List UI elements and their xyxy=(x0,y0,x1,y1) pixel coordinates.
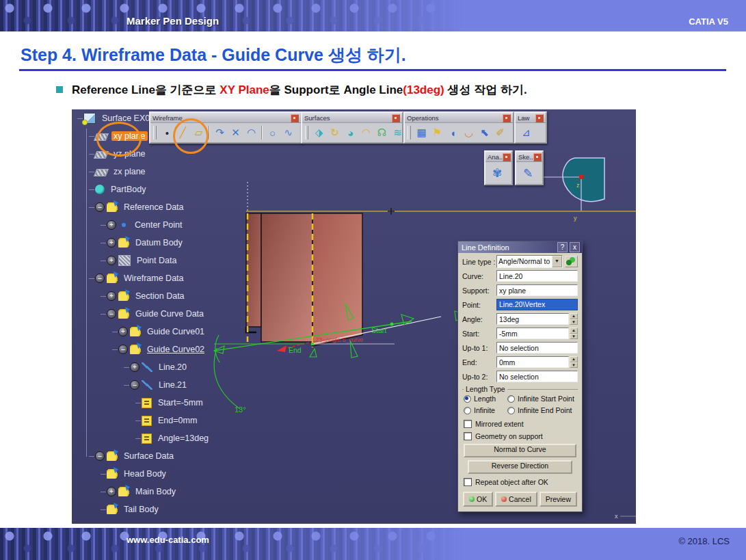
tree-item-label[interactable]: zx plane xyxy=(111,167,148,176)
offset-surface-icon[interactable]: ◠ xyxy=(358,125,374,140)
sketch-icon[interactable]: ✎ xyxy=(519,164,537,182)
end-field[interactable] xyxy=(496,356,569,368)
parallel-curve-icon[interactable]: ◠ xyxy=(243,125,259,140)
angle-field[interactable] xyxy=(496,313,569,325)
curve-field[interactable] xyxy=(496,270,578,282)
tree-item-label[interactable]: End=0mm xyxy=(156,416,199,425)
expander-plus-icon[interactable]: + xyxy=(107,238,116,248)
end-spinner[interactable]: ▲▼ xyxy=(570,356,578,368)
tree-item-label[interactable]: Reference Data xyxy=(122,202,186,212)
radio-icon[interactable] xyxy=(507,395,515,403)
tree-item-label[interactable]: Center Point xyxy=(133,220,184,230)
checkbox-icon[interactable] xyxy=(464,478,472,486)
normal-to-curve-button[interactable]: Normal to Curve xyxy=(464,444,576,457)
expander-plus-icon[interactable]: + xyxy=(118,327,128,336)
expander-minus-icon[interactable]: – xyxy=(95,274,105,283)
checkbox-icon[interactable] xyxy=(464,420,472,428)
tree-item-label[interactable]: Guide Curve01 xyxy=(145,327,207,336)
upto1-field[interactable] xyxy=(496,342,578,354)
close-icon[interactable] xyxy=(503,114,511,122)
curvature-analysis-icon[interactable]: ✾ xyxy=(488,164,506,182)
point-field[interactable]: Line.20\Vertex xyxy=(496,299,578,310)
dialog-titlebar[interactable]: Line Definition ? x xyxy=(458,241,582,253)
tree-item-label[interactable]: Start=-5mm xyxy=(156,398,205,408)
radio-infinite-start-point[interactable]: Infinite Start Point xyxy=(507,395,576,403)
radio-infinite[interactable]: Infinite xyxy=(464,406,507,414)
expander-plus-icon[interactable]: + xyxy=(107,220,116,230)
close-icon[interactable] xyxy=(533,153,542,161)
trim-icon[interactable]: ◖ xyxy=(445,125,461,140)
toolbar-grip[interactable] xyxy=(305,126,308,139)
expander-minus-icon[interactable]: – xyxy=(95,202,105,212)
sweep-surface-icon[interactable]: ☊ xyxy=(374,125,390,140)
split-icon[interactable]: ⚑ xyxy=(429,125,445,140)
close-icon[interactable] xyxy=(535,114,544,122)
close-icon[interactable] xyxy=(392,114,400,122)
intersection-curve-icon[interactable]: ✕ xyxy=(228,125,243,140)
reverse-direction-button[interactable]: Reverse Direction xyxy=(468,460,572,474)
tree-item-label[interactable]: PartBody xyxy=(109,185,148,194)
chevron-down-icon[interactable]: ▼ xyxy=(552,256,562,267)
tree-item-label[interactable]: Tail Body xyxy=(122,505,161,514)
tree-item-label[interactable]: Angle=13deg xyxy=(156,434,211,443)
tree-item-label[interactable]: Guide Curve Data xyxy=(133,309,206,319)
tree-item-label[interactable]: Datum Body xyxy=(133,238,185,248)
expander-plus-icon[interactable]: + xyxy=(130,362,139,372)
radio-infinite-end-point[interactable]: Infinite End Point xyxy=(507,406,576,414)
tree-item-label[interactable]: Section Data xyxy=(133,291,187,301)
ok-button[interactable]: OK xyxy=(463,492,493,507)
toolbar-grip[interactable] xyxy=(153,126,157,139)
radio-icon[interactable] xyxy=(464,407,471,414)
close-icon[interactable]: x xyxy=(570,242,580,252)
checkbox-geometry-on-support[interactable]: Geometry on support xyxy=(464,432,576,440)
tree-item-label[interactable]: Line.20 xyxy=(157,362,189,372)
cancel-button[interactable]: Cancel xyxy=(495,492,537,507)
checkbox-icon[interactable] xyxy=(464,432,472,440)
tree-item-label[interactable]: Guide Curve02 xyxy=(145,345,207,354)
expander-minus-icon[interactable]: – xyxy=(130,380,139,390)
projection-curve-icon[interactable]: ↷ xyxy=(212,125,228,140)
close-icon[interactable] xyxy=(503,153,511,161)
spline-icon[interactable]: ∿ xyxy=(280,125,296,140)
angle-spinner[interactable]: ▲▼ xyxy=(570,313,578,325)
repeat-object-checkbox[interactable]: Repeat object after OK xyxy=(464,478,576,486)
help-icon[interactable]: ? xyxy=(557,242,568,252)
expander-minus-icon[interactable]: – xyxy=(95,451,105,461)
expander-plus-icon[interactable]: + xyxy=(107,291,116,301)
mode-toggle-icon[interactable] xyxy=(565,256,578,267)
website-link[interactable]: www.edu-catia.com xyxy=(126,535,209,545)
openbody-icon xyxy=(107,202,118,212)
start-field[interactable] xyxy=(496,328,569,339)
extract-icon[interactable]: ⬉ xyxy=(477,125,492,140)
expander-minus-icon[interactable]: – xyxy=(118,345,128,354)
law-icon[interactable]: ⊿ xyxy=(518,125,534,140)
radio-icon[interactable] xyxy=(464,395,471,403)
tree-item-label[interactable]: Surface Data xyxy=(122,451,176,461)
tree-item-label[interactable]: Line.21 xyxy=(157,380,189,390)
tree-item-label[interactable]: Point Data xyxy=(135,256,178,265)
boundary-icon[interactable]: ◡ xyxy=(461,125,477,140)
toolbar-grip[interactable] xyxy=(408,126,411,139)
tree-item-label[interactable]: Surface EX08 xyxy=(100,114,157,123)
extrapolate-icon[interactable]: ✐ xyxy=(492,125,508,140)
join-icon[interactable]: ▦ xyxy=(414,125,429,140)
start-spinner[interactable]: ▲▼ xyxy=(570,328,578,339)
preview-button[interactable]: Preview xyxy=(539,492,577,507)
support-field[interactable] xyxy=(496,284,578,296)
circle-icon[interactable]: ○ xyxy=(265,125,280,140)
checkbox-mirrored-extent[interactable]: Mirrored extent xyxy=(464,420,576,428)
expander-plus-icon[interactable]: + xyxy=(107,487,116,496)
close-icon[interactable] xyxy=(291,114,299,122)
tree-item-label[interactable]: Wireframe Data xyxy=(122,274,186,283)
tree-item-label[interactable]: Main Body xyxy=(133,487,178,496)
revolve-surface-icon[interactable]: ↻ xyxy=(327,125,343,140)
radio-length[interactable]: Length xyxy=(464,395,507,403)
line-type-select[interactable]: Angle/Normal to curve ▼ xyxy=(496,255,563,268)
extrude-surface-icon[interactable]: ⬗ xyxy=(311,125,327,140)
expander-plus-icon[interactable]: + xyxy=(107,256,116,265)
sphere-surface-icon[interactable]: ◕ xyxy=(343,125,358,140)
radio-icon[interactable] xyxy=(507,407,515,414)
expander-minus-icon[interactable]: – xyxy=(107,309,116,319)
tree-item-label[interactable]: Head Body xyxy=(122,469,168,479)
upto2-field[interactable] xyxy=(496,371,578,382)
